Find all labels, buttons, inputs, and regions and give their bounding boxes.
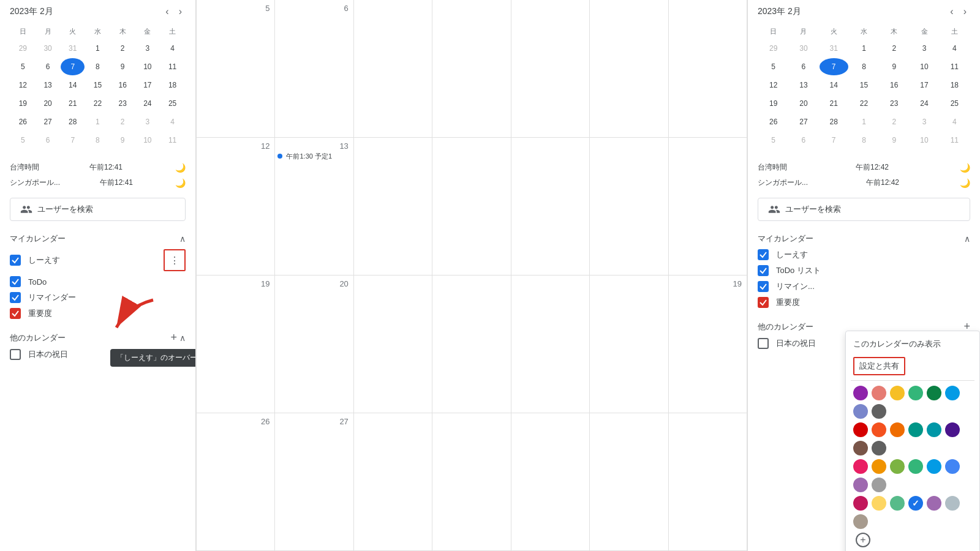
day-cell[interactable]: 16 bbox=[880, 77, 908, 94]
day-cell-empty1[interactable] bbox=[354, 0, 432, 138]
day-cell[interactable]: 9 bbox=[880, 58, 908, 75]
color-dot[interactable] bbox=[872, 386, 886, 400]
day-cell[interactable]: 10 bbox=[910, 132, 938, 149]
calendar-item-reminder[interactable]: リマインダー bbox=[10, 290, 186, 305]
day-cell[interactable]: 22 bbox=[850, 95, 878, 112]
my-calendars-header[interactable]: マイカレンダー ∧ bbox=[10, 231, 186, 247]
right-mini-cal-prev[interactable]: ‹ bbox=[946, 5, 957, 18]
day-cell-r3-6[interactable] bbox=[590, 276, 668, 413]
day-cell-r4-6[interactable] bbox=[590, 413, 668, 551]
day-cell[interactable]: 31 bbox=[61, 40, 85, 57]
day-cell[interactable]: 27 bbox=[36, 113, 60, 130]
day-cell[interactable]: 14 bbox=[820, 77, 848, 94]
day-cell[interactable]: 29 bbox=[759, 40, 788, 57]
day-cell-13[interactable]: 13 午前1:30 予定1 bbox=[275, 138, 353, 276]
add-other-calendar-button[interactable]: + bbox=[170, 331, 177, 344]
day-cell[interactable]: 6 bbox=[36, 58, 60, 75]
calendar-item-priority[interactable]: 重要度 bbox=[10, 305, 186, 321]
day-cell-r2-7[interactable] bbox=[669, 138, 747, 276]
day-cell-empty2[interactable] bbox=[432, 0, 511, 138]
day-cell[interactable]: 20 bbox=[789, 95, 818, 112]
color-dot[interactable] bbox=[872, 441, 886, 455]
day-cell[interactable]: 6 bbox=[789, 58, 818, 75]
day-cell-r3-3[interactable] bbox=[354, 276, 432, 413]
color-dot[interactable] bbox=[853, 386, 868, 400]
day-cell-r2-5[interactable] bbox=[511, 138, 590, 276]
day-cell[interactable]: 17 bbox=[910, 77, 938, 94]
day-cell[interactable]: 21 bbox=[820, 95, 848, 112]
day-cell[interactable]: 25 bbox=[160, 95, 184, 112]
day-cell[interactable]: 11 bbox=[940, 58, 969, 75]
day-cell[interactable]: 18 bbox=[160, 77, 184, 94]
color-dot[interactable] bbox=[945, 496, 960, 511]
other-cal-chevron[interactable]: ∧ bbox=[179, 333, 186, 343]
day-cell[interactable]: 11 bbox=[940, 132, 969, 149]
day-cell[interactable]: 23 bbox=[880, 95, 908, 112]
color-dot[interactable] bbox=[908, 459, 923, 474]
day-cell-r2-4[interactable] bbox=[432, 138, 511, 276]
day-cell[interactable]: 3 bbox=[136, 113, 160, 130]
right-mini-cal-next[interactable]: › bbox=[960, 5, 970, 18]
my-calendars-chevron[interactable]: ∧ bbox=[179, 234, 186, 244]
search-users-button[interactable]: ユーザーを検索 bbox=[10, 198, 186, 221]
day-cell[interactable]: 10 bbox=[136, 58, 160, 75]
day-cell[interactable]: 8 bbox=[850, 132, 878, 149]
mini-cal-next[interactable]: › bbox=[175, 5, 186, 18]
day-cell[interactable]: 14 bbox=[61, 77, 85, 94]
day-cell[interactable]: 2 bbox=[111, 113, 135, 130]
day-cell[interactable]: 3 bbox=[910, 40, 938, 57]
day-cell-r4-4[interactable] bbox=[432, 413, 511, 551]
day-cell[interactable]: 6 bbox=[789, 132, 818, 149]
day-cell[interactable]: 12 bbox=[759, 77, 788, 94]
day-cell[interactable]: 1 bbox=[850, 113, 878, 130]
day-cell[interactable]: 2 bbox=[880, 113, 908, 130]
color-dot[interactable] bbox=[890, 459, 905, 474]
day-cell[interactable]: 8 bbox=[86, 132, 110, 149]
color-dot[interactable] bbox=[853, 514, 868, 529]
day-cell[interactable]: 9 bbox=[880, 132, 908, 149]
day-cell[interactable]: 19 bbox=[11, 95, 35, 112]
day-cell[interactable]: 2 bbox=[880, 40, 908, 57]
color-dot[interactable] bbox=[872, 459, 886, 474]
day-cell[interactable]: 7 bbox=[820, 132, 848, 149]
add-custom-color-button[interactable]: + bbox=[856, 533, 870, 547]
color-dot[interactable] bbox=[927, 386, 941, 400]
day-cell-r3-5[interactable] bbox=[511, 276, 590, 413]
day-cell[interactable]: 28 bbox=[61, 113, 85, 130]
day-cell[interactable]: 30 bbox=[789, 40, 818, 57]
day-cell-r4-7[interactable] bbox=[669, 413, 747, 551]
day-cell[interactable]: 23 bbox=[111, 95, 135, 112]
day-cell-r3-4[interactable] bbox=[432, 276, 511, 413]
day-cell[interactable]: 19 bbox=[759, 95, 788, 112]
color-dot[interactable] bbox=[908, 496, 923, 511]
color-dot[interactable] bbox=[872, 478, 886, 492]
day-cell[interactable]: 9 bbox=[111, 58, 135, 75]
color-dot[interactable] bbox=[945, 422, 960, 437]
day-cell-empty4[interactable] bbox=[590, 0, 668, 138]
day-cell[interactable]: 11 bbox=[160, 132, 184, 149]
day-cell[interactable]: 9 bbox=[111, 132, 135, 149]
day-cell[interactable]: 20 bbox=[36, 95, 60, 112]
calendar-item-shiesu[interactable]: しーえす ⋮ bbox=[10, 247, 186, 274]
right-my-calendars-header[interactable]: マイカレンダー ∧ bbox=[758, 231, 970, 247]
day-cell[interactable]: 28 bbox=[820, 113, 848, 130]
day-cell-5[interactable]: 5 bbox=[197, 0, 275, 138]
color-dot[interactable] bbox=[890, 422, 905, 437]
right-cal-todo[interactable]: ToDo リスト bbox=[758, 263, 970, 279]
day-cell-r3-7[interactable]: 19 bbox=[669, 276, 747, 413]
right-search-users-button[interactable]: ユーザーを検索 bbox=[758, 198, 970, 221]
day-cell-empty3[interactable] bbox=[511, 0, 590, 138]
right-cal-reminder[interactable]: リマイン... bbox=[758, 279, 970, 294]
day-cell[interactable]: 4 bbox=[160, 40, 184, 57]
color-dot[interactable] bbox=[945, 386, 960, 400]
day-cell[interactable]: 27 bbox=[789, 113, 818, 130]
day-cell[interactable]: 18 bbox=[940, 77, 969, 94]
right-my-cal-chevron[interactable]: ∧ bbox=[964, 234, 970, 244]
day-cell-empty5[interactable] bbox=[669, 0, 747, 138]
color-dot[interactable] bbox=[927, 496, 941, 511]
color-dot[interactable] bbox=[908, 386, 923, 400]
day-cell[interactable]: 21 bbox=[61, 95, 85, 112]
day-cell[interactable]: 2 bbox=[111, 40, 135, 57]
settings-link[interactable]: 設定と共有 bbox=[853, 357, 905, 375]
day-cell-19[interactable]: 19 bbox=[197, 276, 275, 413]
